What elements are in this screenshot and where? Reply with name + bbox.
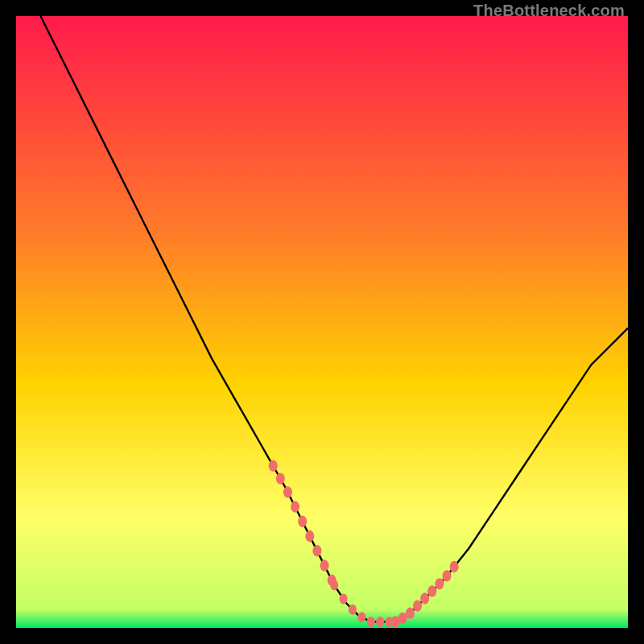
marker-dot <box>435 578 444 589</box>
marker-dot <box>413 600 422 611</box>
watermark-text: TheBottleneck.com <box>473 2 625 20</box>
marker-dot <box>320 559 329 571</box>
marker-dot <box>298 516 307 527</box>
marker-dot <box>291 501 299 512</box>
marker-dot <box>276 473 285 484</box>
marker-dot <box>357 612 365 622</box>
marker-dot <box>283 486 292 497</box>
marker-dot <box>406 608 415 619</box>
chart-frame <box>16 16 628 628</box>
bottleneck-plot <box>16 16 628 628</box>
marker-dot <box>305 530 314 542</box>
gradient-background <box>16 16 628 628</box>
marker-dot <box>450 561 459 572</box>
marker-dot <box>269 460 278 471</box>
marker-dot <box>443 570 452 581</box>
marker-dot <box>349 605 357 615</box>
marker-dot <box>420 592 429 604</box>
marker-dot <box>312 545 321 556</box>
marker-dot <box>340 593 348 604</box>
marker-dot <box>367 617 375 627</box>
marker-dot <box>376 617 384 627</box>
marker-dot <box>330 580 338 590</box>
marker-dot <box>427 585 436 597</box>
